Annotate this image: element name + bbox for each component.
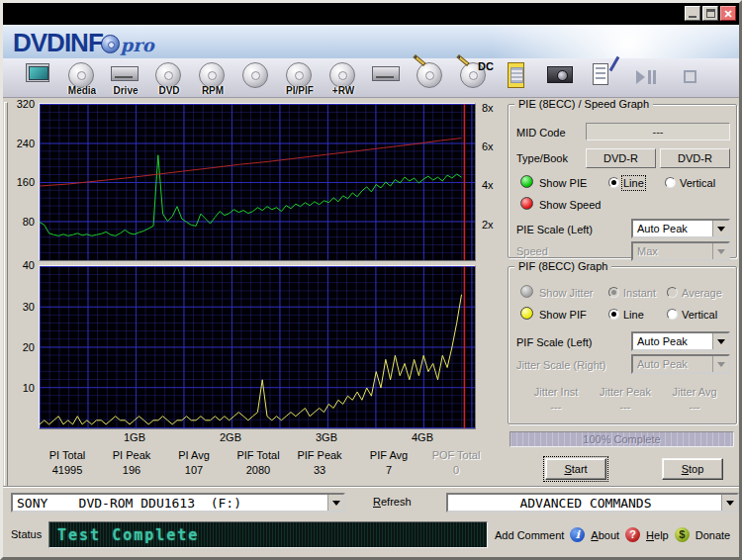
status-label: Status <box>11 528 42 540</box>
pie-chart-svg <box>40 104 475 260</box>
info-icon[interactable]: i <box>570 527 585 542</box>
toolbar-screenshot-button[interactable] <box>539 60 583 96</box>
drive-select[interactable]: SONY DVD-ROM DDU1613 (F:) <box>11 493 345 513</box>
speed-ytick: 6x <box>482 140 504 152</box>
disc-icon <box>101 35 120 53</box>
toolbar-edit-comments-button[interactable] <box>583 60 626 96</box>
group-title: PIE (8ECC) / Speed Graph <box>514 98 653 110</box>
toolbar-rpm-test-button[interactable]: RPM <box>191 60 234 96</box>
toolbar-plus-rw-test-button[interactable]: +RW <box>322 60 365 96</box>
stat-pi-avg: PI Avg107 <box>159 449 229 476</box>
disc-type-button[interactable]: DVD-R <box>586 148 656 168</box>
toolbar-write-test-button[interactable] <box>409 60 452 96</box>
refresh-button[interactable]: Refresh <box>373 496 412 508</box>
logo-band: DVDINFpro <box>3 25 739 58</box>
toolbar-write-dc-test-button[interactable]: DC <box>452 60 496 96</box>
pif-ytick: 30 <box>9 301 35 313</box>
stop-button[interactable]: Stop <box>662 458 723 480</box>
computer-icon <box>26 63 49 82</box>
pif-line-radio[interactable] <box>608 309 619 320</box>
show-speed-label[interactable]: Show Speed <box>539 199 601 211</box>
firmware-drive-icon <box>372 66 400 81</box>
progress-bar: 100% Complete <box>510 431 734 447</box>
chevron-down-icon <box>712 243 728 259</box>
pie-line-radio[interactable] <box>608 177 619 188</box>
camera-icon <box>547 66 573 83</box>
play-icon <box>636 70 645 84</box>
pif-scale-select[interactable]: Auto Peak <box>631 331 730 351</box>
pie-scale-select[interactable]: Auto Peak <box>631 219 730 238</box>
mid-code-label: MID Code <box>516 127 566 139</box>
help-button[interactable]: Help <box>646 529 669 541</box>
pie-ytick: 80 <box>9 216 35 228</box>
xtick: 2GB <box>211 431 250 443</box>
chevron-down-icon[interactable] <box>712 221 728 236</box>
pie-ytick: 160 <box>9 176 35 188</box>
chevron-down-icon[interactable] <box>712 333 728 349</box>
add-comment-button[interactable]: Add Comment <box>495 529 564 541</box>
pif-chart <box>39 265 476 429</box>
toolbar-firmware-button[interactable] <box>365 60 409 96</box>
close-button[interactable]: ✕ <box>720 6 736 21</box>
pif-vertical-label[interactable]: Vertical <box>682 309 717 321</box>
toolbar-stop-button[interactable] <box>670 60 713 96</box>
book-type-button[interactable]: DVD-R <box>660 148 730 168</box>
pif-vertical-radio[interactable] <box>667 309 678 320</box>
chevron-down-icon[interactable] <box>721 495 737 511</box>
logo-pro-text: pro <box>121 35 154 55</box>
pif-scale-label: PIF Scale (Left) <box>516 336 592 348</box>
stat-pi-total: PI Total41995 <box>33 449 102 476</box>
donate-button[interactable]: Donate <box>696 529 730 541</box>
toolbar-surface-scan-button[interactable] <box>234 60 278 96</box>
jitter-peak-stat: Jitter Peak--- <box>593 386 658 413</box>
show-speed-led-icon[interactable] <box>520 197 533 210</box>
pie-scale-label: PIE Scale (Left) <box>516 224 593 235</box>
drive-icon <box>111 66 139 81</box>
toolbar-drive-info-button[interactable]: Drive <box>104 60 147 96</box>
pie-ytick: 320 <box>9 98 35 110</box>
pause-bar-icon <box>653 70 656 84</box>
xtick: 3GB <box>307 431 346 443</box>
panel-grip <box>4 102 8 488</box>
type-book-label: Type/Book <box>516 152 568 164</box>
pie-speed-chart <box>39 103 476 261</box>
show-pie-led-icon[interactable] <box>520 175 533 188</box>
dollar-icon[interactable]: $ <box>675 527 690 542</box>
question-icon[interactable]: ? <box>625 527 640 542</box>
pie-line-label[interactable]: Line <box>623 177 644 189</box>
minimize-button[interactable] <box>685 6 700 21</box>
pif-ytick: 20 <box>9 341 35 353</box>
pie-vertical-radio[interactable] <box>665 177 676 188</box>
show-pif-led-icon[interactable] <box>520 307 533 320</box>
show-jitter-led-icon <box>520 285 533 298</box>
stat-pof-total: POF Total0 <box>421 449 491 476</box>
stat-pif-peak: PIF Peak33 <box>285 449 354 476</box>
pen-icon <box>609 55 620 70</box>
status-actions: Add Comment i About ? Help $ Donate <box>495 521 739 548</box>
jitter-scale-label: Jitter Scale (Right) <box>516 359 605 371</box>
separator <box>3 486 739 488</box>
pause-bar-icon <box>648 70 651 84</box>
toolbar-dvd-info-button[interactable]: DVD <box>147 60 191 96</box>
jitter-instant-label: Instant <box>623 287 656 299</box>
stat-pif-total: PIF Total2080 <box>224 449 293 476</box>
maximize-button[interactable] <box>702 6 718 21</box>
speed-ytick: 4x <box>482 179 504 191</box>
pif-line-label[interactable]: Line <box>623 309 644 321</box>
toolbar-media-info-button[interactable]: Media <box>60 60 104 96</box>
jitter-average-radio <box>667 287 678 298</box>
show-pif-label[interactable]: Show PIF <box>539 309 587 321</box>
show-pie-label[interactable]: Show PIE <box>539 177 587 189</box>
pie-vertical-label[interactable]: Vertical <box>680 177 715 189</box>
progress-text: 100% Complete <box>510 432 733 447</box>
chevron-down-icon[interactable] <box>327 495 343 511</box>
speed-ytick: 8x <box>482 102 504 114</box>
advanced-commands-select[interactable]: ADVANCED COMMANDS <box>446 493 739 513</box>
toolbar-system-info-button[interactable] <box>17 60 60 96</box>
about-button[interactable]: About <box>591 529 619 541</box>
toolbar-play-pause-button[interactable] <box>626 60 670 96</box>
toolbar-pi-pif-test-button[interactable]: PI/PIF <box>278 60 322 96</box>
start-button[interactable]: Start <box>545 458 606 480</box>
notepad-icon <box>508 62 524 88</box>
toolbar-log-button[interactable] <box>496 60 539 96</box>
